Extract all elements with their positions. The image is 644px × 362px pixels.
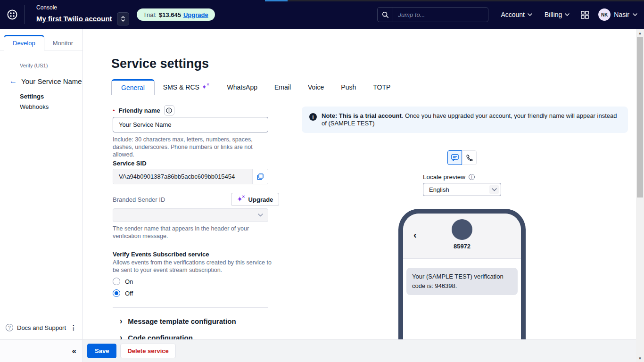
- branded-sender-label-row: Branded Sender ID: [113, 196, 165, 203]
- scrollbar-thumb[interactable]: [637, 37, 643, 197]
- vertical-scrollbar[interactable]: ▲ ▼: [636, 29, 644, 362]
- account-menu-label: Account: [501, 11, 525, 18]
- sidebar-service-back[interactable]: ← Your Service Name: [9, 77, 82, 85]
- twilio-logo[interactable]: [0, 0, 25, 29]
- radio-unselected-icon[interactable]: [113, 278, 120, 285]
- help-icon: ?: [6, 324, 13, 331]
- service-sid-label: Service SID: [113, 160, 147, 167]
- account-row: My first Twilio account: [36, 12, 129, 25]
- locale-preview-label: Locale preview: [423, 173, 465, 181]
- locale-preview-label-row: Locale preview i: [423, 173, 475, 181]
- locale-select[interactable]: English: [423, 183, 501, 196]
- sidebar-service-name: Your Service Name: [21, 77, 82, 85]
- grid-icon: [581, 11, 589, 19]
- save-button[interactable]: Save: [87, 344, 116, 358]
- trial-label: Trial:: [143, 11, 157, 18]
- verify-events-on-option[interactable]: On: [113, 278, 133, 285]
- friendly-name-input[interactable]: [113, 117, 268, 132]
- verify-events-help: Allows events from the verifications cre…: [113, 259, 273, 274]
- locale-selected-value: English: [429, 186, 449, 193]
- account-block: Console My first Twilio account: [36, 4, 129, 25]
- service-sid-field: VAa94b0901387a86bb5acbc609bb015454: [113, 169, 268, 184]
- branded-sender-select[interactable]: [113, 208, 268, 222]
- voice-preview-button[interactable]: [462, 150, 477, 165]
- updown-chevrons-icon: [121, 16, 125, 22]
- footer-sidebar-section: «: [0, 339, 83, 362]
- twilio-console-screen: Console My first Twilio account Trial: $…: [0, 0, 644, 362]
- sparkle-icon: ✦✕: [202, 83, 210, 90]
- tab-push[interactable]: Push: [332, 80, 364, 95]
- tab-whatsapp[interactable]: WhatsApp: [218, 80, 266, 95]
- required-marker: •: [113, 107, 115, 114]
- chevron-right-icon: ›: [120, 316, 122, 326]
- user-menu[interactable]: NK Nasir: [598, 8, 637, 21]
- tab-voice[interactable]: Voice: [299, 80, 332, 95]
- avatar: NK: [598, 8, 611, 21]
- tab-email-label: Email: [274, 83, 291, 91]
- trial-amount: $13.645: [159, 11, 181, 18]
- sidebar-item-settings[interactable]: Settings: [20, 93, 44, 100]
- main-content: Service settings General SMS & RCS ✦✕ Wh…: [83, 29, 636, 362]
- trial-note-text: Note: This is a trial account. Once you …: [322, 112, 620, 127]
- service-sid-label-row: Service SID: [113, 160, 147, 167]
- phone-back-icon: ‹: [413, 230, 417, 240]
- docs-support-label: Docs and Support: [17, 324, 66, 331]
- phone-preview-header: ‹ 85972: [403, 214, 521, 259]
- sms-message-bubble: Your (SAMPLE TEST) verification code is:…: [406, 268, 518, 295]
- select-chevron: [489, 185, 499, 194]
- friendly-name-help: Include: 30 characters max, letters, num…: [113, 136, 273, 158]
- tab-general[interactable]: General: [111, 79, 155, 95]
- sidebar-item-webhooks[interactable]: Webhooks: [20, 103, 49, 110]
- upgrade-link[interactable]: Upgrade: [183, 11, 208, 18]
- tab-totp[interactable]: TOTP: [364, 80, 399, 95]
- tab-monitor[interactable]: Monitor: [44, 36, 82, 50]
- top-progress-strip: [265, 0, 288, 1]
- top-dark-strip: [288, 0, 644, 1]
- kebab-menu-icon[interactable]: ⋮: [70, 324, 77, 331]
- app-launcher-button[interactable]: [581, 11, 589, 19]
- radio-on-label: On: [125, 278, 133, 285]
- scroll-down-button[interactable]: ▼: [636, 354, 644, 362]
- branded-sender-upgrade-button[interactable]: ✦✕ Upgrade: [231, 193, 279, 206]
- docs-and-support[interactable]: ? Docs and Support ⋮: [0, 321, 83, 334]
- scroll-up-button[interactable]: ▲: [636, 29, 644, 37]
- top-navbar: Console My first Twilio account Trial: $…: [0, 0, 644, 29]
- tab-totp-label: TOTP: [373, 83, 390, 91]
- billing-menu-label: Billing: [545, 11, 562, 18]
- trial-balance-badge: Trial: $13.645 Upgrade: [137, 8, 215, 21]
- sms-preview-button[interactable]: [447, 150, 462, 165]
- search-icon: [382, 11, 389, 18]
- tab-sms-rcs[interactable]: SMS & RCS ✦✕: [155, 80, 219, 95]
- search-input[interactable]: [393, 11, 488, 18]
- message-template-accordion[interactable]: › Message template configuration: [120, 317, 236, 325]
- chevron-down-icon: [258, 214, 263, 217]
- verify-events-off-option[interactable]: Off: [113, 289, 133, 297]
- upgrade-button-label: Upgrade: [248, 196, 273, 203]
- delete-service-button[interactable]: Delete service: [120, 344, 175, 358]
- copy-sid-button[interactable]: [252, 169, 268, 184]
- footer-buttons-section: Save Delete service: [83, 339, 636, 362]
- chevron-down-icon: [565, 13, 570, 16]
- channel-preview-toggle: [447, 150, 477, 165]
- billing-menu[interactable]: Billing: [545, 11, 570, 18]
- phone-sender-number: 85972: [403, 243, 521, 250]
- sidebar-section-label: Verify (US1): [20, 63, 48, 68]
- radio-selected-icon[interactable]: [113, 289, 120, 297]
- twilio-logo-icon: [7, 9, 18, 20]
- search-button[interactable]: [378, 8, 393, 22]
- info-filled-icon: i: [309, 113, 317, 121]
- info-icon: [166, 107, 172, 114]
- account-switcher-button[interactable]: [117, 12, 129, 25]
- jump-to-search: [377, 7, 488, 22]
- tab-whatsapp-label: WhatsApp: [227, 83, 257, 91]
- chevron-down-icon: [492, 188, 497, 191]
- tab-develop[interactable]: Develop: [4, 35, 44, 50]
- service-sid-value: VAa94b0901387a86bb5acbc609bb015454: [113, 169, 252, 184]
- account-name-link[interactable]: My first Twilio account: [36, 15, 112, 23]
- friendly-name-info-button[interactable]: [164, 105, 174, 115]
- back-arrow-icon: ←: [9, 77, 17, 85]
- tab-email[interactable]: Email: [266, 80, 299, 95]
- collapse-sidebar-button[interactable]: «: [72, 346, 76, 356]
- info-icon: i: [469, 174, 475, 180]
- account-menu[interactable]: Account: [501, 11, 532, 18]
